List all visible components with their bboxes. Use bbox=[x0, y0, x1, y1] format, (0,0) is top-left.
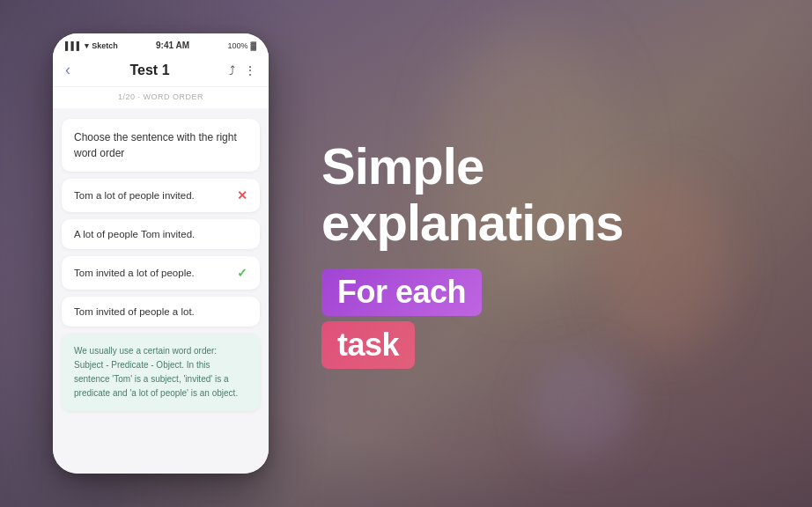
progress-area: 1/20 · WORD ORDER bbox=[53, 87, 269, 108]
answer-text-1: Tom a lot of people invited. bbox=[74, 190, 237, 201]
question-card: Choose the sentence with the right word … bbox=[62, 119, 260, 172]
answer-card-2[interactable]: A lot of people Tom invited. bbox=[62, 219, 260, 249]
status-bar: ▌▌▌ ▾ Sketch 9:41 AM 100% ▓ bbox=[53, 33, 269, 54]
signal-icon: ▌▌▌ bbox=[65, 41, 82, 50]
nav-actions: ⤴ ⋮ bbox=[229, 63, 256, 77]
explanation-text: We usually use a certain word order: Sub… bbox=[74, 346, 238, 398]
answer-card-1[interactable]: Tom a lot of people invited. ✕ bbox=[62, 179, 260, 212]
menu-button[interactable]: ⋮ bbox=[244, 63, 256, 77]
main-heading: Simple explanations bbox=[321, 138, 759, 251]
highlight-pill-2: task bbox=[321, 321, 415, 369]
answer-text-2: A lot of people Tom invited. bbox=[74, 229, 247, 239]
status-battery: 100% ▓ bbox=[227, 41, 256, 50]
answer-card-3[interactable]: Tom invited a lot of people. ✓ bbox=[62, 256, 260, 290]
wifi-icon: ▾ bbox=[85, 41, 89, 50]
status-time: 9:41 AM bbox=[156, 40, 189, 50]
highlight-row-2: task bbox=[321, 321, 759, 369]
battery-icon: ▓ bbox=[250, 41, 256, 50]
highlight-pill-1: For each bbox=[321, 268, 482, 316]
highlight-row-1: For each bbox=[321, 268, 759, 316]
phone-body: Choose the sentence with the right word … bbox=[53, 108, 269, 474]
explanation-card: We usually use a certain word order: Sub… bbox=[62, 334, 260, 411]
highlight-container: For each task bbox=[321, 268, 759, 369]
nav-title: Test 1 bbox=[129, 62, 169, 78]
answer-text-3: Tom invited a lot of people. bbox=[74, 268, 237, 278]
main-content: ▌▌▌ ▾ Sketch 9:41 AM 100% ▓ ‹ Test 1 ⤴ ⋮… bbox=[0, 0, 812, 507]
progress-label: 1/20 · WORD ORDER bbox=[118, 92, 203, 101]
right-content: Simple explanations For each task bbox=[269, 138, 759, 369]
status-signal: ▌▌▌ ▾ Sketch bbox=[65, 41, 118, 50]
answer-text-4: Tom invited of people a lot. bbox=[74, 306, 247, 317]
share-button[interactable]: ⤴ bbox=[229, 63, 235, 77]
heading-line-2: explanations bbox=[321, 195, 759, 251]
wrong-icon-1: ✕ bbox=[237, 188, 247, 202]
answer-card-4[interactable]: Tom invited of people a lot. bbox=[62, 297, 260, 327]
battery-label: 100% bbox=[227, 41, 247, 50]
back-button[interactable]: ‹ bbox=[65, 61, 70, 79]
nav-bar: ‹ Test 1 ⤴ ⋮ bbox=[53, 54, 269, 87]
heading-line-1: Simple bbox=[321, 138, 759, 195]
check-icon-3: ✓ bbox=[237, 266, 247, 280]
question-text: Choose the sentence with the right word … bbox=[74, 131, 237, 159]
carrier-label: Sketch bbox=[92, 41, 118, 50]
phone-mockup: ▌▌▌ ▾ Sketch 9:41 AM 100% ▓ ‹ Test 1 ⤴ ⋮… bbox=[53, 33, 269, 474]
